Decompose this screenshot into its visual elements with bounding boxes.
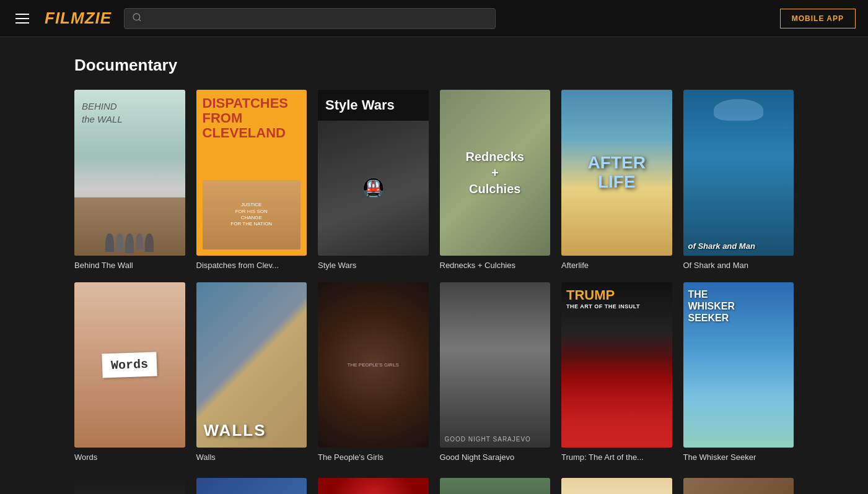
hamburger-menu[interactable] xyxy=(12,11,32,27)
movie-title-dispatches: Dispatches from Clev... xyxy=(196,261,307,271)
partial-card-venue[interactable]: A xyxy=(196,478,307,494)
search-bar xyxy=(124,8,496,29)
movie-title-trump: Trump: The Art of the... xyxy=(561,453,672,463)
movie-title-rednecks: Rednecks + Culchies xyxy=(440,261,551,271)
movie-title-sarajevo: Good Night Sarajevo xyxy=(440,453,551,463)
movie-card-afterlife[interactable]: AFTERLIFE Afterlife xyxy=(561,90,672,271)
movie-card-words[interactable]: Words Words xyxy=(74,282,185,464)
movie-card-sarajevo[interactable]: GOOD NIGHT SARAJEVO Good Night Sarajevo xyxy=(440,282,551,464)
movie-card-trump[interactable]: TRUMP THE ART OF THE INSULT Trump: The A… xyxy=(561,282,672,464)
movie-title-afterlife: Afterlife xyxy=(561,261,672,271)
partial-card-last[interactable] xyxy=(683,478,794,494)
movie-title-words: Words xyxy=(74,453,185,463)
movie-card-peoples-girls[interactable]: THE PEOPLE'S GIRLS The People's Girls xyxy=(318,282,429,464)
search-input[interactable] xyxy=(147,14,488,24)
movie-card-whisker-seeker[interactable]: THEWHISKERSEEKER The Whisker Seeker xyxy=(683,282,794,464)
movie-title-style-wars: Style Wars xyxy=(318,261,429,271)
section-title: Documentary xyxy=(74,56,794,75)
movie-card-dispatches[interactable]: DISPATCHESFROMCLEVELAND JUSTICEFOR HIS S… xyxy=(196,90,307,271)
partial-card-portrait[interactable] xyxy=(440,478,551,494)
movie-card-style-wars[interactable]: Style Wars 🚇 Style Wars xyxy=(318,90,429,271)
movies-grid: BEHINDthe WALL Behind The Wall xyxy=(74,90,794,463)
search-icon xyxy=(132,12,142,25)
movie-card-shark[interactable]: of Shark and Man Of Shark and Man xyxy=(683,90,794,271)
movie-title-whisker-seeker: The Whisker Seeker xyxy=(683,453,794,463)
bottom-partial-grid: Guns and Weed: The Road to Freedom A xyxy=(74,478,794,494)
partial-card-light[interactable] xyxy=(561,478,672,494)
movie-card-behind-the-wall[interactable]: BEHINDthe WALL Behind The Wall xyxy=(74,90,185,271)
movie-title-walls: Walls xyxy=(196,453,307,463)
partial-card-red[interactable] xyxy=(318,478,429,494)
partial-card-guns-weed[interactable]: Guns and Weed: The Road to Freedom xyxy=(74,478,185,494)
svg-line-1 xyxy=(139,19,141,21)
movie-card-walls[interactable]: WALLS Walls xyxy=(196,282,307,464)
site-logo[interactable]: FILMZIE xyxy=(45,9,112,28)
movie-card-rednecks[interactable]: Rednecks+Culchies Rednecks + Culchies xyxy=(440,90,551,271)
svg-point-0 xyxy=(133,14,140,20)
movie-title-behind-the-wall: Behind The Wall xyxy=(74,261,185,271)
mobile-app-button[interactable]: MOBILE APP xyxy=(780,9,856,28)
movie-title-shark: Of Shark and Man xyxy=(683,261,794,271)
movie-title-peoples-girls: The People's Girls xyxy=(318,453,429,463)
